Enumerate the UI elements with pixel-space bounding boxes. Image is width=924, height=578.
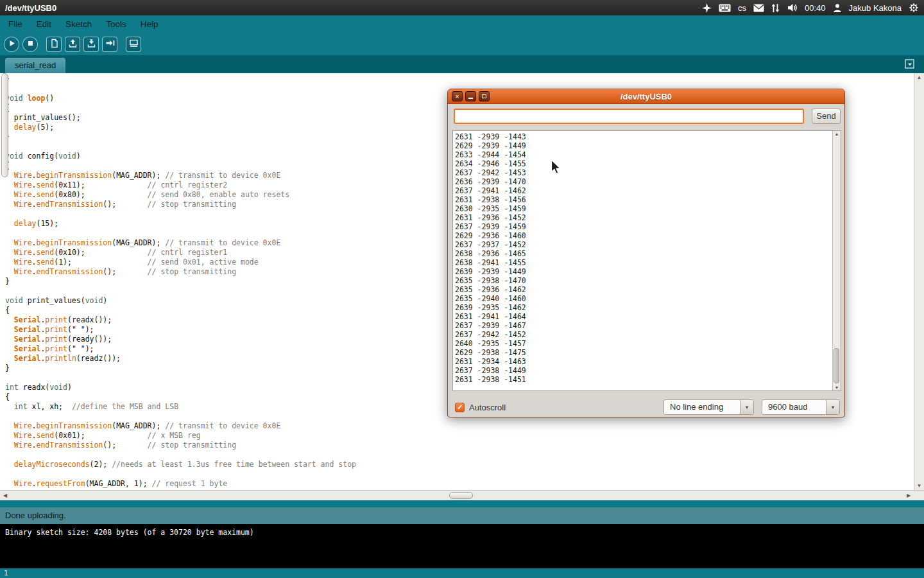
menu-item-tools[interactable]: Tools bbox=[99, 15, 133, 33]
send-button[interactable]: Send bbox=[812, 109, 841, 124]
chevron-down-icon[interactable]: ▾ bbox=[740, 400, 753, 414]
editor-vertical-scrollbar[interactable]: ▲ ▼ bbox=[914, 73, 924, 490]
upload-button[interactable] bbox=[102, 37, 117, 52]
minimize-icon[interactable] bbox=[465, 91, 476, 101]
keyboard-layout-label[interactable]: cs bbox=[738, 3, 746, 13]
volume-icon[interactable] bbox=[787, 3, 798, 13]
serial-monitor-controls: ✓ Autoscroll No line ending ▾ 9600 baud … bbox=[455, 399, 840, 416]
serial-output: 2631 -2939 -14432629 -2939 -14492633 -29… bbox=[453, 131, 832, 390]
editor-horizontal-scroll-thumb[interactable] bbox=[449, 492, 473, 499]
gear-icon[interactable] bbox=[909, 3, 919, 13]
arrow-up-tray-icon bbox=[68, 39, 78, 51]
save-button[interactable] bbox=[83, 37, 99, 52]
menubar: File Edit Sketch Tools Help bbox=[1, 15, 924, 33]
sparkle-icon[interactable] bbox=[702, 3, 712, 13]
serial-send-input[interactable] bbox=[454, 109, 804, 124]
tab-serial-read[interactable]: serial_read bbox=[5, 58, 65, 73]
menu-item-help[interactable]: Help bbox=[133, 15, 166, 33]
line-number: 1 bbox=[4, 569, 8, 577]
window-controls: × bbox=[452, 91, 490, 101]
keyboard-layout-icon[interactable] bbox=[719, 4, 731, 12]
network-arrows-icon[interactable] bbox=[771, 3, 780, 13]
verify-button[interactable] bbox=[4, 37, 19, 52]
monitor-icon bbox=[129, 39, 139, 51]
status-message: Done uploading. bbox=[5, 511, 66, 520]
console-text: Binary sketch size: 4208 bytes (of a 307… bbox=[5, 528, 919, 538]
stop-icon bbox=[26, 39, 35, 51]
arrow-right-icon bbox=[105, 39, 115, 51]
user-icon bbox=[833, 3, 842, 13]
tab-label: serial_read bbox=[15, 60, 56, 70]
open-button[interactable] bbox=[65, 37, 80, 52]
serial-scroll-thumb[interactable] bbox=[834, 348, 839, 383]
arrow-down-tray-icon bbox=[87, 39, 96, 51]
mail-icon[interactable] bbox=[753, 4, 764, 12]
line-indicator-bar: 1 bbox=[0, 568, 924, 578]
menu-item-edit[interactable]: Edit bbox=[30, 15, 58, 33]
line-ending-dropdown[interactable]: No line ending ▾ bbox=[663, 399, 754, 415]
serial-scrollbar[interactable]: ▲ ▼ bbox=[832, 131, 841, 390]
serial-monitor-titlebar[interactable]: /dev/ttyUSB0 × bbox=[448, 89, 844, 104]
autoscroll-label: Autoscroll bbox=[469, 403, 506, 412]
scroll-right-arrow-icon[interactable]: ▶ bbox=[903, 491, 914, 500]
maximize-icon[interactable] bbox=[479, 91, 490, 101]
clock[interactable]: 00:40 bbox=[805, 3, 826, 13]
serial-monitor-window: /dev/ttyUSB0 × Send 2631 -2939 -14432629… bbox=[447, 89, 845, 417]
menu-item-file[interactable]: File bbox=[1, 15, 30, 33]
scroll-down-arrow-icon[interactable]: ▼ bbox=[914, 483, 924, 489]
menu-item-sketch[interactable]: Sketch bbox=[58, 15, 99, 33]
scroll-left-arrow-icon[interactable]: ◀ bbox=[0, 491, 10, 500]
top-panel: /dev/ttyUSB0 cs 00:40 Jakub Kakona bbox=[0, 0, 924, 15]
play-icon bbox=[7, 39, 17, 51]
status-bar: Done uploading. bbox=[0, 507, 924, 524]
editor-vertical-scroll-thumb[interactable] bbox=[1, 73, 8, 177]
new-sketch-button[interactable] bbox=[46, 37, 62, 52]
document-icon bbox=[49, 39, 59, 51]
chevron-down-icon[interactable]: ▾ bbox=[826, 400, 839, 414]
stop-button[interactable] bbox=[22, 37, 38, 52]
autoscroll-checkbox[interactable]: ✓ bbox=[455, 403, 465, 412]
focused-window-title: /dev/ttyUSB0 bbox=[5, 3, 56, 13]
build-console: Binary sketch size: 4208 bytes (of a 307… bbox=[0, 524, 924, 568]
scroll-up-arrow-icon[interactable]: ▲ bbox=[914, 74, 924, 80]
baud-rate-dropdown[interactable]: 9600 baud ▾ bbox=[762, 399, 840, 415]
tab-list-button[interactable] bbox=[905, 59, 915, 69]
serial-output-area[interactable]: 2631 -2939 -14432629 -2939 -14492633 -29… bbox=[452, 130, 841, 391]
editor-horizontal-scrollbar[interactable]: ◀ ▶ bbox=[0, 490, 924, 500]
line-ending-value: No line ending bbox=[664, 400, 740, 414]
baud-rate-value: 9600 baud bbox=[762, 400, 826, 414]
serial-monitor-button[interactable] bbox=[126, 37, 141, 52]
user-name[interactable]: Jakub Kakona bbox=[849, 3, 902, 13]
serial-monitor-title: /dev/ttyUSB0 bbox=[448, 89, 844, 104]
toolbar bbox=[4, 33, 141, 55]
serial-scroll-up-icon[interactable]: ▲ bbox=[833, 132, 841, 136]
system-tray: cs 00:40 Jakub Kakona bbox=[702, 3, 919, 13]
close-icon[interactable]: × bbox=[452, 91, 463, 101]
serial-scroll-down-icon[interactable]: ▼ bbox=[833, 385, 841, 390]
tab-strip: serial_read bbox=[0, 55, 924, 73]
